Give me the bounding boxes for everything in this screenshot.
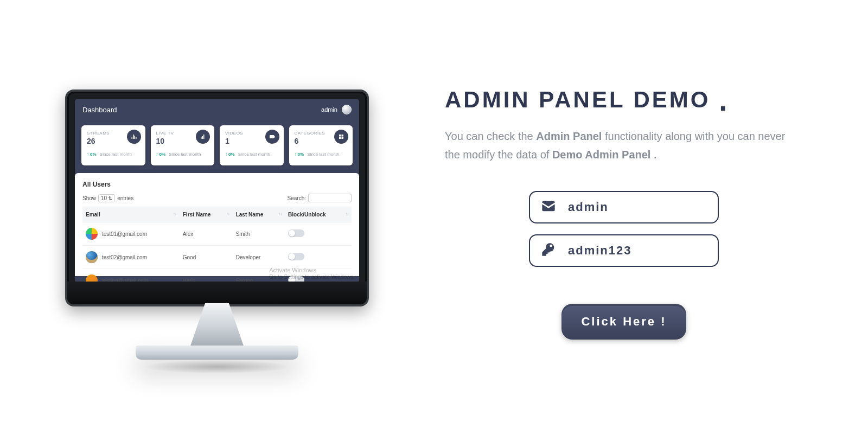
search-input[interactable] [308, 194, 352, 202]
cell-first: Alex [180, 222, 233, 246]
cell-first: Good [180, 246, 233, 269]
block-toggle[interactable] [288, 229, 304, 237]
show-label: Show [82, 195, 96, 201]
windows-watermark: Activate Windows Go to Settings to activ… [269, 267, 355, 280]
users-title: All Users [82, 178, 352, 194]
stat-since: Since last month [100, 152, 132, 157]
sort-icon: ↑↓ [278, 212, 282, 216]
video-icon [265, 130, 279, 144]
avatar[interactable] [342, 105, 352, 114]
table-row: test02@gmail.com Good Developer [82, 246, 352, 269]
envelope-icon [541, 199, 556, 216]
stat-change: 0% [90, 152, 97, 157]
stat-card-categories[interactable]: CATEGORIES 6 ↑0% Since last month [289, 125, 353, 165]
promo-description: You can check the Admin Panel functional… [445, 127, 803, 164]
grid-icon [334, 130, 348, 144]
sort-icon: ↑↓ [173, 212, 176, 216]
block-toggle[interactable] [288, 253, 304, 260]
stat-card-videos[interactable]: VIDEOS 1 ↑0% Since last month [220, 125, 284, 165]
account-name[interactable]: admin [321, 106, 337, 113]
promo-heading: ADMIN PANEL DEMO . [445, 87, 803, 113]
sort-icon: ↑↓ [226, 212, 229, 216]
monitor-mock: Dashboard admin STREAMS 26 ↑0 [65, 90, 369, 360]
cell-email: test01@gmail.com [102, 231, 147, 237]
signal-icon [196, 130, 210, 144]
cell-email: test02@gmail.com [102, 254, 147, 260]
users-panel: All Users Show 10⇅ entries Search: [75, 173, 359, 276]
stat-change: 0% [298, 152, 304, 157]
stat-change: 0% [159, 152, 166, 157]
table-row: test01@gmail.com Alex Smith [82, 222, 352, 246]
sort-icon: ↑↓ [345, 212, 348, 216]
dashboard-screen: Dashboard admin STREAMS 26 ↑0 [75, 99, 359, 284]
col-email[interactable]: Email↑↓ [82, 207, 180, 222]
page-size-select[interactable]: 10⇅ [98, 194, 115, 202]
username-value: admin [568, 200, 609, 214]
stat-since: Since last month [238, 152, 270, 157]
avatar [86, 228, 98, 240]
avatar [86, 251, 98, 263]
search-label: Search: [288, 195, 306, 201]
bar-chart-icon [127, 130, 141, 144]
stat-card-streams[interactable]: STREAMS 26 ↑0% Since last month [81, 125, 145, 165]
stat-card-livetv[interactable]: LIVE TV 10 ↑0% Since last month [151, 125, 215, 165]
entries-label: entries [117, 195, 133, 201]
col-first[interactable]: First Name↑↓ [180, 207, 233, 222]
password-display: admin123 [529, 234, 719, 267]
stat-change: 0% [228, 152, 235, 157]
chevron-updown-icon: ⇅ [108, 195, 112, 201]
col-last[interactable]: Last Name↑↓ [233, 207, 285, 222]
password-value: admin123 [568, 244, 632, 258]
cell-last: Developer [233, 246, 285, 269]
cell-last: Smith [233, 222, 285, 246]
username-display: admin [529, 191, 719, 223]
stat-since: Since last month [307, 152, 339, 157]
page-title: Dashboard [82, 106, 117, 114]
key-icon [541, 242, 556, 259]
click-here-button[interactable]: Click Here ! [561, 304, 686, 340]
dashboard-topbar: Dashboard admin [75, 99, 359, 120]
col-block[interactable]: Block/Unblock↑↓ [285, 207, 352, 222]
stat-since: Since last month [169, 152, 201, 157]
